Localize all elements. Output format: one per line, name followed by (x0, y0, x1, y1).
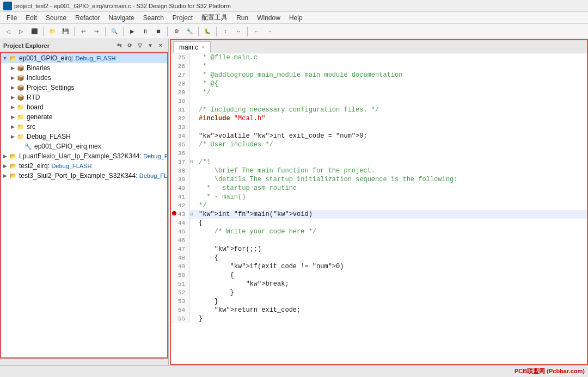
code-content: \details The startup initialization sequ… (197, 175, 457, 184)
code-content: } (197, 297, 218, 306)
code-editor[interactable]: 25 * @file main.c26 *27 * @addtogroup ma… (171, 53, 587, 364)
editor-tab-main-c[interactable]: main.c × (173, 41, 211, 53)
line-number: 34 (171, 132, 190, 140)
code-content: /* Including necessary configuration fil… (197, 106, 379, 114)
line-number: 44 (171, 219, 190, 227)
menu-item-navigate[interactable]: Navigate (104, 13, 138, 23)
line-number: 37 (171, 158, 190, 166)
toolbar-btn-4[interactable]: 📁 (46, 26, 58, 38)
tree-icon: 📂 (9, 152, 17, 160)
explorer-sync-icon[interactable]: ⟳ (125, 41, 134, 50)
menu-item-run[interactable]: Run (232, 13, 253, 23)
left-scrollbar[interactable] (0, 359, 168, 365)
line-number: 28 (171, 79, 190, 88)
code-content: * @addtogroup main_module main module do… (197, 71, 402, 79)
tree-item[interactable]: ▶📦Project_Settings (1, 83, 167, 92)
code-content: "kw">return exit_code; (197, 306, 301, 314)
tree-item[interactable]: ▶📂LpuartFlexio_Uart_Ip_Example_S32K344: … (1, 151, 167, 161)
toolbar-btn-8[interactable]: ↪ (90, 26, 102, 38)
tree-label: Includes (27, 74, 51, 82)
code-content: * - main() (197, 193, 246, 201)
toolbar-btn-22[interactable]: ↔ (232, 26, 244, 38)
toolbar-btn-25[interactable]: → (264, 26, 275, 38)
tree-item[interactable]: ▼📂ep001_GPIO_eirq: Debug_FLASH (1, 53, 167, 63)
code-line: 51 "kw">break; (171, 280, 587, 288)
tree-item[interactable]: ▶📂test2_eirq: Debug_FLASH (1, 161, 167, 171)
tree-icon: 📂 (9, 162, 17, 170)
toolbar-btn-7[interactable]: ↩ (77, 26, 89, 38)
toolbar-btn-12[interactable]: ▶ (126, 26, 138, 38)
code-content: } (197, 288, 234, 297)
code-content: * @file main.c (197, 53, 258, 62)
line-number: 30 (171, 97, 190, 106)
line-number: 50 (171, 271, 190, 280)
tree-item[interactable]: ▶📁Debug_FLASH (1, 132, 167, 141)
tree-item[interactable]: ▶📦Includes (1, 73, 167, 83)
menu-item-refactor[interactable]: Refactor (71, 13, 104, 23)
tree-icon: 📁 (16, 132, 25, 141)
toolbar-btn-17[interactable]: 🔧 (183, 26, 195, 38)
tree-label: src (27, 123, 35, 131)
menu-item-window[interactable]: Window (253, 13, 285, 23)
tree-icon: 📦 (16, 73, 25, 82)
explorer-title: Project Explorer (3, 42, 50, 49)
code-content: /*! (197, 158, 218, 166)
menu-item-help[interactable]: Help (285, 13, 307, 23)
line-number: 32 (171, 114, 190, 123)
toolbar-btn-1[interactable]: ▷ (15, 26, 27, 38)
toolbar-sep-15 (167, 27, 168, 36)
code-content: * (197, 62, 206, 71)
code-line: 36 (171, 149, 587, 158)
toolbar-btn-5[interactable]: 💾 (59, 26, 71, 38)
tree-icon: 📂 (9, 54, 17, 63)
toolbar-sep-11 (123, 27, 124, 36)
code-content: { (197, 271, 234, 280)
toolbar-btn-13[interactable]: ⏸ (139, 26, 151, 38)
code-line: 37⊟/*! (171, 158, 587, 166)
tree-item[interactable]: ▶📁generate (1, 112, 167, 122)
tree-item[interactable]: ▶📂test3_Siul2_Port_Ip_Example_S32K344: D… (1, 171, 167, 181)
menu-item-[interactable]: 配置工具 (197, 12, 232, 23)
main-layout: Project Explorer ⇆ ⟳ ▽ ▼ × ▼📂ep001_GPIO_… (0, 39, 588, 365)
tab-close-btn[interactable]: × (201, 44, 205, 50)
code-line: 30 (171, 97, 587, 106)
menu-item-search[interactable]: Search (139, 13, 168, 23)
toolbar-btn-21[interactable]: ↕ (219, 26, 231, 38)
tree-item[interactable]: ▶📁src (1, 122, 167, 132)
line-number: 45 (171, 227, 190, 236)
menu-item-file[interactable]: File (2, 13, 21, 23)
code-line: 26 * (171, 62, 587, 71)
fold-arrow[interactable]: ⊟ (190, 158, 197, 166)
toolbar-btn-0[interactable]: ◁ (2, 26, 14, 38)
explorer-menu-icon[interactable]: ▼ (146, 41, 155, 50)
line-number: 41 (171, 193, 190, 201)
tree-item[interactable]: ▶📦Binaries (1, 63, 167, 73)
toolbar-btn-24[interactable]: ← (250, 26, 262, 38)
tree-item[interactable]: ▶📁board (1, 102, 167, 112)
bottom-status: PCB联盟网 (Pcbbar.com) (0, 365, 588, 377)
code-line: 40 * - startup asm routine (171, 184, 587, 193)
tree-item[interactable]: ▶📦RTD (1, 92, 167, 102)
line-number: 25 (171, 53, 190, 62)
fold-arrow[interactable]: ⊟ (190, 210, 197, 219)
tree-label: test2_eirq: Debug_FLASH (19, 162, 91, 170)
toolbar-btn-14[interactable]: ⏹ (152, 26, 164, 38)
toolbar-btn-19[interactable]: 🐛 (201, 26, 213, 38)
explorer-close-icon[interactable]: × (156, 41, 165, 50)
toolbar-btn-10[interactable]: 🔍 (108, 26, 120, 38)
code-line: 49 "kw">if(exit_code != "num">0) (171, 262, 587, 271)
menu-item-edit[interactable]: Edit (21, 13, 41, 23)
explorer-collapse-icon[interactable]: ⇆ (115, 41, 124, 50)
line-number: 53 (171, 297, 190, 306)
code-line: 47 "kw">for(;;) (171, 245, 587, 254)
tree-item[interactable]: 🔧ep001_GPIO_eirq.mex (1, 141, 167, 151)
menu-item-project[interactable]: Project (168, 13, 197, 23)
toolbar-btn-16[interactable]: ⚙ (170, 26, 182, 38)
code-line: 33 (171, 123, 587, 132)
line-number: 49 (171, 262, 190, 271)
menu-item-source[interactable]: Source (41, 13, 71, 23)
explorer-filter-icon[interactable]: ▽ (136, 41, 144, 50)
toolbar-btn-2[interactable]: ⬛ (28, 26, 40, 38)
app-icon (3, 2, 12, 10)
code-content: #include "Mcal.h" (197, 114, 265, 123)
